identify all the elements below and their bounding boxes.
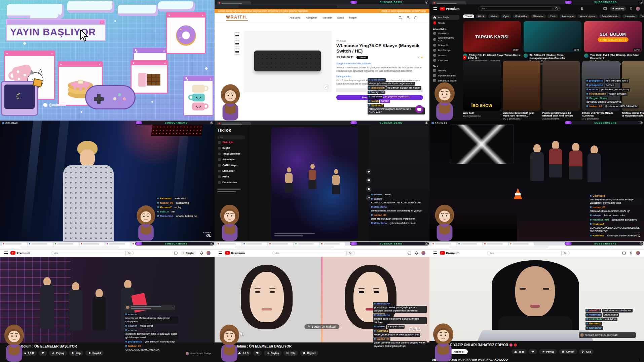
browser-tab[interactable] <box>2 242 27 245</box>
chat-message[interactable]: edanxr melis deniz <box>124 324 154 328</box>
cart-icon[interactable] <box>414 15 418 20</box>
shop-nav-item[interactable]: Ana Sayfa <box>290 17 300 19</box>
dislike-button[interactable] <box>253 351 262 356</box>
sidebar-item-home[interactable]: Ana Sayfa <box>431 15 459 20</box>
close-icon[interactable]: × <box>202 14 203 17</box>
chat-message[interactable]: fuineraa iyi yayınlar öğrencim <box>368 95 410 99</box>
channel-avatar[interactable] <box>584 54 589 58</box>
filter-chip[interactable]: Son yüklenenler <box>599 14 621 18</box>
dislike-button[interactable] <box>529 349 537 354</box>
address-bar[interactable] <box>238 5 337 8</box>
filter-chip[interactable]: Canlı <box>547 14 558 18</box>
shop-logo[interactable]: WRAITH. <box>226 15 248 21</box>
youtube-logo[interactable]: Premium <box>10 251 30 255</box>
browser-tab[interactable] <box>509 242 534 245</box>
close-icon[interactable]: × <box>163 50 165 53</box>
shop-nav-item[interactable]: Kategoriler <box>306 17 317 19</box>
menu-icon[interactable] <box>433 252 437 254</box>
browser-tab[interactable] <box>217 1 251 4</box>
chat-message[interactable]: Gelinnera ben hayatımda hiç dansın bir e… <box>589 194 642 205</box>
chat-message[interactable]: prospectto hemen <box>585 84 615 87</box>
shop-nav-item[interactable]: İletişim <box>349 17 356 19</box>
channel-avatar[interactable] <box>524 54 528 58</box>
youtube-logo[interactable]: Premium <box>440 251 460 255</box>
chat-message[interactable]: tuzbaz_00 yalak öpmeye ağzıma geleno geç… <box>373 337 427 348</box>
chat-message[interactable]: prospectto yok efendim makyaj olayı <box>124 340 176 344</box>
tiktok-menu-item[interactable]: CANLI Yayın <box>217 162 245 168</box>
notifications-icon[interactable] <box>414 251 419 255</box>
save-icon[interactable] <box>366 186 372 192</box>
chat-message[interactable]: edanxr çıktan mı bilmiyorum ama iki göz … <box>124 329 178 339</box>
chat-message[interactable]: KerimmZ as hş <box>156 206 182 209</box>
browser-tab[interactable] <box>294 242 319 245</box>
tiktok-menu-item[interactable]: Keşfet <box>217 145 245 151</box>
tiktok-logo[interactable]: TikTok <box>217 128 245 133</box>
chat-message[interactable]: edanxr yeni erkek grubu çıkmış <box>585 88 630 92</box>
like-button[interactable]: 15 B <box>512 349 527 354</box>
share-button[interactable]: Paylaş <box>264 351 281 356</box>
chat-message[interactable]: edanxr tekrar dusun mko <box>589 214 626 218</box>
search-icon[interactable] <box>553 7 561 10</box>
chat-message[interactable]: elektrikabl çok iyi ya <box>585 318 617 321</box>
chat-message[interactable]: Hephaestus0 neden olmasın <box>585 92 628 96</box>
browser-tab[interactable] <box>268 242 293 245</box>
chat-message[interactable]: KerimmZ <box>585 322 602 326</box>
mic-icon[interactable] <box>580 6 584 11</box>
tiktok-menu-item[interactable]: Sizin İçin <box>217 139 245 145</box>
filter-chip[interactable]: Müzik <box>476 14 487 18</box>
browser-tab[interactable] <box>54 242 79 245</box>
chat-message[interactable]: edanxr sarıyodu hiiiii <box>373 325 405 329</box>
notifications-icon[interactable] <box>629 6 633 11</box>
filter-chip[interactable]: İzlenenler <box>622 14 637 18</box>
chat-message[interactable]: Malochino çok kotu albibim ba ne <box>370 222 417 225</box>
you-header[interactable]: Siz › <box>431 65 459 67</box>
sidebar-channel[interactable]: txnresk <box>431 53 459 58</box>
shop-nav-item[interactable]: Studio <box>337 17 344 19</box>
chat-message[interactable]: tuzbaz_00 CNDCJSMDJSMKDMSKMX <box>124 344 178 352</box>
chat-message[interactable]: ViktoriaB utana utana <box>585 313 619 317</box>
chat-message[interactable]: prospectto kim benzetio kim o <box>585 79 629 83</box>
search-input[interactable]: Ara <box>487 251 570 255</box>
sidebar-you-item[interactable]: Oynatma listeleri <box>431 73 459 78</box>
chat-message[interactable]: Malochino oha bu botoks ne <box>156 215 198 218</box>
close-icon[interactable]: × <box>210 77 211 80</box>
cast-icon[interactable] <box>407 251 412 255</box>
video-player[interactable] <box>0 257 215 342</box>
close-icon[interactable]: × <box>100 21 104 24</box>
chat-message[interactable]: Sargon_Sama şeytanlar zincire vuruluyor … <box>585 97 639 104</box>
clip-button[interactable]: Klip <box>69 351 83 356</box>
more-options-icon[interactable]: ⋮ <box>636 358 639 361</box>
close-icon[interactable]: × <box>164 62 166 65</box>
create-button[interactable]: +Oluştur <box>610 6 626 11</box>
chat-toggle-button[interactable] <box>415 105 423 113</box>
search-input[interactable]: Ara <box>272 251 355 255</box>
chat-message[interactable]: edanxr kıvırcık kci Melisa denizin etkil… <box>124 313 178 324</box>
short-card[interactable]: Mükemmel browni tarifi geldi #food #tari… <box>503 61 540 120</box>
cast-icon[interactable] <box>174 251 178 255</box>
search-input[interactable]: Ara <box>51 251 134 255</box>
tiktok-menu-item[interactable]: Daha fazlası <box>217 179 245 185</box>
chat-message[interactable]: Malochino klavye güzelmiş de fiyatı beğe… <box>368 78 425 86</box>
tiktok-menu-item[interactable]: Takip Edilenler <box>217 151 245 157</box>
subscriptions-header[interactable]: Abonelikler › <box>431 28 459 30</box>
close-icon[interactable]: × <box>51 52 53 55</box>
browser-tab[interactable] <box>106 242 130 245</box>
browser-tab[interactable] <box>28 242 53 245</box>
chat-message[interactable]: wlw0817 hakkaten nezmizdar var <box>585 309 633 312</box>
short-card[interactable]: Pişirme gerektirmeyen, bir dakikada bite… <box>542 61 580 120</box>
save-button[interactable]: Kaydet <box>559 349 577 354</box>
video-card[interactable]: 214. BÖLÜM YİNE GELİN EVİ 3 13:45 Yine G… <box>584 21 642 65</box>
chat-message[interactable]: tuzbaz_00 https://vt.tiktok.com/ZSm4bsAH… <box>589 206 642 213</box>
chat-message[interactable]: Malochino arkada seks olson diye açıyodu… <box>373 314 427 324</box>
youtube-logo[interactable]: Premium <box>225 251 245 255</box>
filter-chip[interactable]: Mixler <box>488 14 499 18</box>
account-icon[interactable] <box>406 15 410 20</box>
search-icon[interactable] <box>125 251 134 255</box>
sidebar-channel[interactable]: WILDERNESS CO... <box>431 36 459 43</box>
browser-tab[interactable] <box>320 242 345 245</box>
account-avatar[interactable] <box>206 251 211 255</box>
sidebar-channel[interactable]: Bişli Türkiye <box>431 48 459 53</box>
browser-tab[interactable] <box>431 242 456 245</box>
tiktok-menu-item[interactable]: Arkadaşlar <box>217 157 245 162</box>
sidebar-channel[interactable]: Nokayı Ye <box>431 43 459 48</box>
